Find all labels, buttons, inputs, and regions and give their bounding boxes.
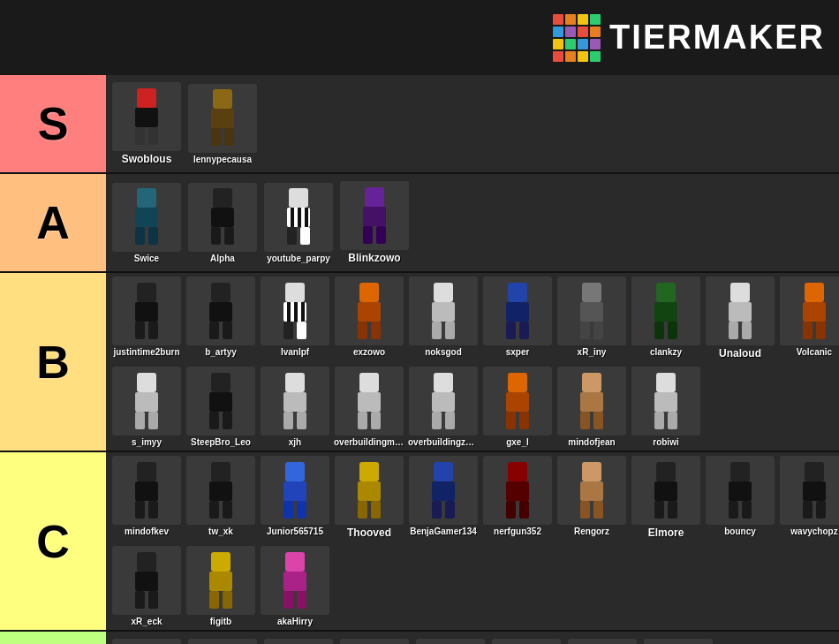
item-label: mindofkev [125,527,169,536]
tier-content: mindofkevtw_xkJunior565715ThoovedBenjaGa… [106,452,839,630]
list-item[interactable]: clankzy [630,277,702,360]
list-item[interactable]: Volcanic [778,277,839,360]
logo-cell [590,51,601,62]
list-item[interactable]: LimpoDripp [642,639,714,644]
avatar [409,277,478,345]
list-item[interactable]: tw_xk [185,456,257,539]
content-row: justintime2burnb_artyyIvanIpfexzowonoksg… [106,273,839,363]
item-label: bouncy [724,527,756,536]
item-label: youtube_parpy [267,254,330,263]
tier-content: justintime2burnb_artyyIvanIpfexzowonoksg… [106,273,839,451]
item-label: IvanIpf [281,347,309,357]
tier-container: SSwoblouslennypecausaASwiceAlphayoutube_… [0,75,839,644]
content-row: s_imyySteepBro_Leoxjhoverbuildingmonkeyo… [106,363,839,451]
avatar [264,639,333,644]
list-item[interactable]: robiwi [630,367,702,447]
item-label: figitb [210,617,231,626]
list-item[interactable]: figitb [185,546,257,626]
avatar [557,456,626,525]
item-label: sxper [506,347,530,357]
item-label: Elmore [648,527,684,539]
list-item[interactable]: nerfgun352 [481,456,554,539]
list-item[interactable]: akaHirry [259,546,331,626]
logo-cell [590,27,601,37]
tier-label: B [0,273,106,451]
item-label: nerfgun352 [494,527,541,536]
item-label: s_imyy [132,437,162,447]
list-item[interactable]: wavychopz [778,456,839,539]
list-item[interactable]: Swice [110,183,183,263]
logo-cell [578,27,588,37]
list-item[interactable]: likeabledumb1 [490,639,563,644]
list-item[interactable]: Blinkzowo [338,181,411,264]
list-item[interactable]: Unaloud [704,277,776,360]
avatar [261,277,329,345]
app-container: TiERMAKER SSwoblouslennypecausaASwiceAlp… [0,0,839,644]
avatar [335,456,404,525]
tier-label: S [0,75,106,172]
avatar [261,367,329,436]
list-item[interactable]: vRezxiiZ4 [186,639,259,644]
list-item[interactable]: Swoblous [110,82,183,165]
list-item[interactable]: sxper [481,277,554,360]
logo-cell [553,14,563,25]
avatar [112,546,181,615]
list-item[interactable]: minidragon_HD [566,639,639,644]
list-item[interactable]: Rengorz [556,456,628,539]
avatar [483,277,552,345]
list-item[interactable]: overbuildingmonkey [333,367,405,447]
list-item[interactable]: exzowo [333,277,405,360]
avatar [112,183,181,252]
avatar [631,277,700,345]
item-label: tw_xk [208,527,233,536]
list-item[interactable]: yeicoplks [338,639,411,644]
item-label: Junior565715 [267,527,323,536]
item-label: xjh [289,437,301,447]
list-item[interactable]: xR_iny [556,277,628,360]
list-item[interactable]: Alpha [186,183,259,263]
avatar [188,639,257,644]
item-label: Rengorz [574,527,609,536]
list-item[interactable]: pur3_suns [414,639,487,644]
list-item[interactable]: IvanIpf [259,277,331,360]
avatar [112,367,181,436]
list-item[interactable]: xjh [259,367,331,447]
logo-cell [553,39,563,49]
avatar [340,181,409,250]
list-item[interactable]: mindofjean [556,367,628,447]
list-item[interactable]: b_artyy [185,277,257,360]
list-item[interactable]: xR_eck [110,546,183,626]
list-item[interactable]: youtube_parpy [262,183,335,263]
list-item[interactable]: Elmore [630,456,702,539]
list-item[interactable]: Junior565715 [259,456,331,539]
avatar [188,84,257,153]
tier-row-C: Cmindofkevtw_xkJunior565715ThoovedBenjaG… [0,452,839,632]
logo-cell [578,51,588,62]
avatar [261,456,329,525]
list-item[interactable]: Thooved [333,456,405,539]
list-item[interactable]: s_imyy [110,367,183,447]
content-row: mindofkevtw_xkJunior565715ThoovedBenjaGa… [106,452,839,542]
list-item[interactable]: bouncy [704,456,776,539]
list-item[interactable]: lennypecausa [186,84,259,164]
list-item[interactable]: SteepBro_Leo [185,367,257,447]
list-item[interactable]: BenjaGamer134 [407,456,480,539]
list-item[interactable]: noksgod [407,277,480,360]
avatar [112,639,181,644]
item-label: xR_iny [578,347,607,357]
list-item[interactable]: gxe_l [481,367,554,447]
avatar [261,546,329,615]
tiermaker-logo: TiERMAKER [553,14,825,62]
list-item[interactable]: overbuildingzebra [407,367,480,447]
logo-grid [553,14,601,62]
item-label: lennypecausa [193,155,252,164]
tier-label: C [0,452,106,630]
list-item[interactable]: justintime2burn [110,277,183,360]
list-item[interactable]: k_elp [262,639,335,644]
item-label: gxe_l [506,437,529,447]
tier-row-B: Bjustintime2burnb_artyyIvanIpfexzowonoks… [0,273,839,452]
avatar [186,546,255,615]
avatar [492,639,561,644]
list-item[interactable]: mindofkev [110,456,183,539]
list-item[interactable]: ppmaker236 [110,639,183,644]
